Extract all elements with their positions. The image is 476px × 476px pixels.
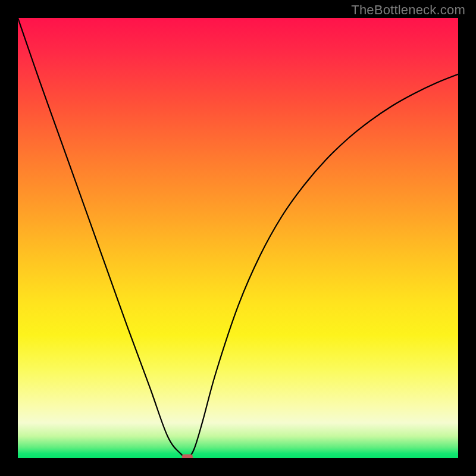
- chart-container: TheBottleneck.com: [0, 0, 476, 476]
- minimum-marker: [182, 455, 193, 458]
- watermark-text: TheBottleneck.com: [351, 2, 465, 18]
- curve-svg: [18, 18, 458, 458]
- plot-area: [18, 18, 458, 458]
- bottleneck-curve: [18, 18, 458, 458]
